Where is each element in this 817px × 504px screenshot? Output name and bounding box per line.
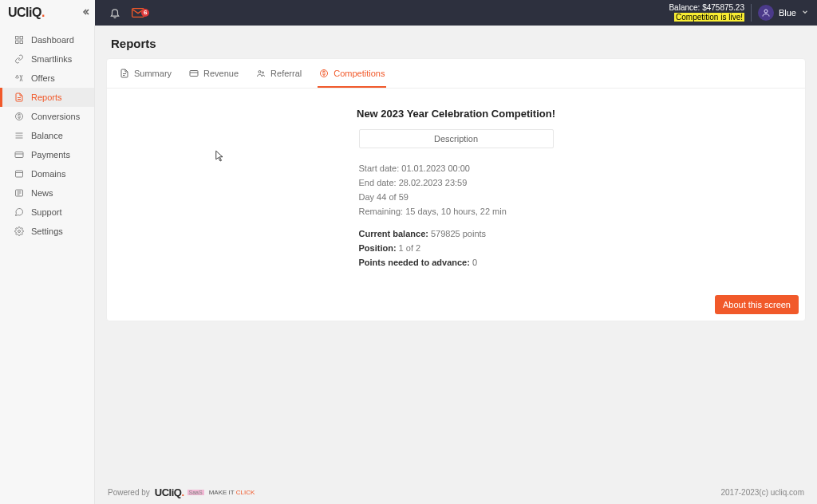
topbar-right: Balance: $475875.23 Competition is live!… (669, 3, 817, 22)
competition-live-flag: Competition is live! (674, 13, 744, 22)
chevron-down-icon (801, 8, 809, 18)
sidebar-item-label: News (31, 188, 53, 198)
start-date-row: Start date: 01.01.2023 00:00 (359, 161, 554, 175)
points-needed-row: Points needed to advance: 0 (359, 255, 554, 270)
competitions-icon (319, 69, 329, 78)
payments-icon (14, 150, 25, 159)
main: Reports Summary Revenue Referral Competi… (95, 26, 817, 480)
balance-icon (14, 131, 25, 140)
sidebar-item-dashboard[interactable]: Dashboard (0, 30, 94, 49)
footer: Powered by UCliQ. SaaS MAKE IT CLICK 201… (95, 480, 817, 504)
sidebar-item-reports[interactable]: Reports (0, 88, 94, 107)
sidebar-item-label: Reports (31, 93, 62, 102)
sidebar-item-payments[interactable]: Payments (0, 145, 94, 164)
tab-label: Referral (270, 69, 302, 78)
tab-label: Competitions (334, 69, 385, 78)
domains-icon (14, 169, 25, 179)
sidebar-item-label: Dashboard (31, 35, 74, 45)
sidebar-item-label: Support (31, 207, 62, 217)
sidebar-item-label: Offers (31, 73, 55, 83)
tab-referral[interactable]: Referral (255, 59, 303, 88)
svg-rect-3 (20, 37, 23, 40)
svg-rect-11 (190, 71, 198, 77)
sidebar-item-label: Smartlinks (31, 54, 72, 64)
sidebar-item-label: Payments (31, 150, 70, 159)
tab-competitions[interactable]: Competitions (318, 59, 386, 88)
news-icon (14, 188, 25, 198)
sidebar-item-label: Settings (31, 226, 63, 236)
svg-point-12 (259, 71, 261, 73)
competition-description-header[interactable]: Description (359, 129, 554, 148)
conversions-icon (14, 112, 25, 121)
page-title: Reports (95, 26, 817, 58)
day-progress-row: Day 44 of 59 (359, 190, 554, 204)
referral-icon (256, 69, 266, 78)
tab-label: Summary (134, 69, 172, 78)
support-icon (14, 207, 25, 217)
dashboard-icon (14, 35, 25, 45)
divider (751, 4, 752, 22)
sidebar-item-support[interactable]: Support (0, 203, 94, 222)
remaining-row: Remaining: 15 days, 10 hours, 22 min (359, 204, 554, 219)
sidebar-item-domains[interactable]: Domains (0, 164, 94, 183)
svg-rect-7 (15, 152, 23, 158)
footer-powered: Powered by UCliQ. SaaS MAKE IT CLICK (108, 486, 255, 498)
competition-info: Start date: 01.01.2023 00:00 End date: 2… (359, 161, 554, 270)
svg-point-1 (764, 10, 768, 13)
competition-title: New 2023 Year Celebration Competition! (123, 108, 789, 120)
sidebar-item-balance[interactable]: Balance (0, 126, 94, 145)
avatar (758, 5, 774, 21)
powered-by-label: Powered by (108, 488, 150, 497)
sidebar-item-label: Domains (31, 169, 65, 179)
position-row: Position: 1 of 2 (359, 241, 554, 255)
svg-rect-2 (16, 37, 19, 40)
logo: UCliQ. (8, 6, 45, 20)
sidebar-item-label: Conversions (31, 112, 80, 121)
user-menu[interactable]: Blue (758, 5, 809, 21)
current-balance-row: Current balance: 579825 points (359, 226, 554, 241)
sidebar-item-smartlinks[interactable]: Smartlinks (0, 49, 94, 69)
bell-icon[interactable] (109, 7, 120, 18)
offers-icon (14, 73, 25, 83)
tab-revenue[interactable]: Revenue (187, 59, 240, 88)
user-name: Blue (779, 8, 796, 18)
sidebar-item-settings[interactable]: Settings (0, 222, 94, 241)
footer-tag: SaaS (187, 490, 204, 495)
footer-logo: UCliQ. (155, 486, 184, 498)
balance-block: Balance: $475875.23 Competition is live! (669, 3, 744, 22)
footer-slogan: MAKE IT CLICK (209, 489, 255, 496)
mail-button[interactable]: 6 (132, 8, 149, 18)
sidebar-item-label: Balance (31, 131, 63, 140)
report-card: Summary Revenue Referral Competitions Ne… (106, 58, 806, 321)
revenue-icon (189, 69, 199, 78)
sidebar-collapse-button[interactable] (81, 7, 90, 19)
tabs: Summary Revenue Referral Competitions (107, 59, 805, 89)
summary-icon (120, 69, 129, 78)
tab-label: Revenue (203, 69, 239, 78)
gear-icon (14, 226, 25, 236)
footer-copyright: 2017-2023(c) ucliq.com (721, 488, 805, 497)
sidebar: Dashboard Smartlinks Offers Reports Conv… (0, 26, 95, 504)
svg-rect-8 (16, 171, 23, 177)
link-icon (14, 54, 25, 64)
sidebar-item-offers[interactable]: Offers (0, 69, 94, 88)
top-icons: 6 (95, 7, 149, 18)
about-screen-button[interactable]: About this screen (715, 295, 799, 314)
competition-content: New 2023 Year Celebration Competition! D… (107, 89, 805, 278)
sidebar-item-conversions[interactable]: Conversions (0, 107, 94, 126)
svg-rect-4 (16, 41, 19, 44)
svg-rect-5 (20, 41, 23, 44)
mail-badge: 6 (141, 9, 149, 17)
svg-point-13 (262, 72, 264, 73)
tab-summary[interactable]: Summary (118, 59, 173, 88)
logo-area: UCliQ. (0, 0, 95, 26)
reports-icon (14, 93, 25, 102)
end-date-row: End date: 28.02.2023 23:59 (359, 175, 554, 190)
svg-point-10 (18, 230, 21, 233)
balance-text: Balance: $475875.23 (669, 3, 744, 13)
topbar: UCliQ. 6 Balance: $475875.23 Competition… (0, 0, 817, 26)
sidebar-item-news[interactable]: News (0, 183, 94, 203)
